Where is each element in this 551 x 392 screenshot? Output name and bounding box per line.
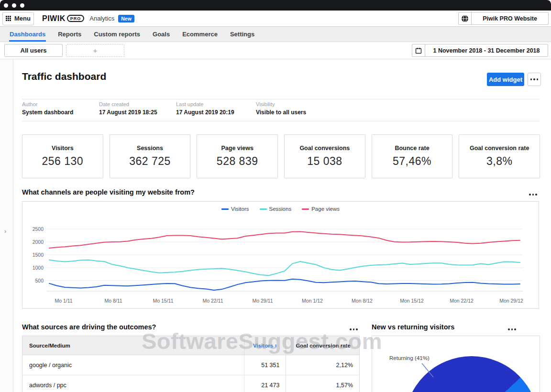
kpi-label: Goal conversion rate: [470, 145, 529, 152]
cell-goal-conversion-rate: 2,12%: [336, 362, 353, 369]
column-header-goal-conversion-rate[interactable]: Goal conversion rate: [286, 336, 359, 355]
column-header-visitors[interactable]: Visitors ▲▼: [244, 336, 286, 355]
tab-goals[interactable]: Goals: [153, 27, 170, 42]
svg-text:Mo 1/11: Mo 1/11: [55, 298, 72, 304]
column-header-source-medium[interactable]: Source/Medium: [22, 343, 244, 348]
divider: [22, 121, 540, 121]
svg-text:Mo 22/11: Mo 22/11: [203, 298, 223, 304]
legend-swatch: [221, 208, 229, 210]
meta-date-created: Date created 17 August 2019 18:25: [99, 101, 157, 116]
svg-text:Mon 22/12: Mon 22/12: [450, 298, 474, 304]
kpi-value: 15 038: [307, 155, 342, 168]
sources-table-more-button[interactable]: [350, 328, 358, 330]
kpi-label: Goal conversions: [299, 145, 350, 152]
table-row[interactable]: adwords / ppc 21 473 1,57%: [22, 375, 359, 392]
product-name: Analytics: [89, 15, 114, 22]
ellipsis-icon: [530, 78, 539, 80]
window-close-button[interactable]: [4, 3, 8, 8]
channels-chart-more-button[interactable]: [529, 194, 537, 196]
add-dashboard-button[interactable]: +: [66, 44, 124, 57]
globe-icon: [459, 12, 472, 24]
legend-label: Sessions: [269, 206, 292, 212]
legend-item-page-views[interactable]: Page views: [302, 206, 340, 212]
main-nav-tabs: Dashboards Reports Custom reports Goals …: [0, 27, 551, 42]
svg-text:Mon 15/12: Mon 15/12: [400, 298, 424, 304]
website-selector[interactable]: Piwik PRO Website: [458, 12, 549, 25]
svg-text:2000: 2000: [33, 239, 44, 245]
svg-text:2500: 2500: [33, 226, 44, 232]
meta-value: 17 August 2019 18:25: [99, 109, 157, 116]
brand-wordmark: PIWIK: [42, 14, 66, 23]
svg-text:500: 500: [35, 278, 44, 283]
cell-source-medium: adwords / ppc: [22, 382, 244, 389]
legend-item-visitors[interactable]: Visitors: [221, 206, 249, 212]
pie-chart-widget: Returning (41%): [372, 336, 540, 392]
app-window: Menu PIWIK PRO Analytics New Piwik PRO W…: [0, 0, 551, 392]
meta-label: Author: [22, 101, 73, 107]
meta-label: Date created: [99, 101, 157, 107]
table-header-row: Source/Medium Visitors ▲▼ Goal conversio…: [22, 336, 359, 355]
dashboard-toolbar: All users + 1 November 2018 - 31 Decembe…: [0, 42, 551, 59]
kpi-label: Sessions: [137, 145, 163, 152]
kpi-value: 3,8%: [486, 155, 512, 168]
dashboard-more-button[interactable]: [528, 73, 541, 86]
piwik-pro-logo: PIWIK PRO: [42, 14, 84, 23]
calendar-icon: [412, 44, 425, 56]
svg-text:Mon 8/12: Mon 8/12: [352, 298, 373, 304]
menu-button-label: Menu: [14, 15, 31, 22]
tab-reports[interactable]: Reports: [58, 27, 81, 42]
sources-table-title: What sources are driving the outcomes?: [22, 323, 156, 331]
brand-pro-badge: PRO: [67, 15, 85, 22]
page-title: Traffic dashboard: [22, 71, 106, 82]
sidebar-rail: ›: [0, 59, 13, 392]
svg-text:Mo 15/11: Mo 15/11: [153, 298, 174, 304]
kpi-card-goal-conversion-rate: Goal conversion rate 3,8%: [459, 134, 540, 178]
sources-table: Source/Medium Visitors ▲▼ Goal conversio…: [22, 336, 360, 392]
main-menu-button[interactable]: Menu: [2, 12, 34, 25]
kpi-card-visitors: Visitors 256 130: [22, 134, 103, 178]
meta-author: Author System dashboard: [22, 101, 73, 116]
chevron-right-icon[interactable]: ›: [4, 228, 6, 235]
tab-custom-reports[interactable]: Custom reports: [94, 27, 140, 42]
meta-visibility: Visibility Visible to all users: [256, 101, 306, 116]
grid-menu-icon: [6, 16, 11, 21]
divider: [22, 99, 540, 99]
selected-website-name: Piwik PRO Website: [472, 12, 548, 24]
table-row[interactable]: google / organic 51 351 2,12%: [22, 355, 359, 375]
app-menubar: Menu PIWIK PRO Analytics New Piwik PRO W…: [0, 11, 551, 27]
tab-ecommerce[interactable]: Ecommerce: [182, 27, 218, 42]
channels-chart-title: What channels are people visiting my web…: [22, 188, 195, 196]
kpi-card-page-views: Page views 528 839: [197, 134, 278, 178]
line-chart: 5001000150020002500Mo 1/11Mo 8/11Mo 15/1…: [22, 215, 539, 308]
column-header-label: Goal conversion rate: [296, 343, 350, 348]
date-range-picker[interactable]: 1 November 2018 - 31 December 2018: [412, 44, 548, 57]
kpi-label: Bounce rate: [395, 145, 429, 152]
kpi-card-sessions: Sessions 362 725: [110, 134, 191, 178]
meta-last-update: Last update 17 August 2019 20:19: [176, 101, 234, 116]
column-header-label: Visitors: [253, 343, 273, 348]
svg-text:1000: 1000: [33, 265, 44, 271]
add-widget-button[interactable]: Add widget: [487, 73, 524, 86]
legend-item-sessions[interactable]: Sessions: [260, 206, 292, 212]
pie-callout-line: [372, 336, 540, 392]
tab-dashboards[interactable]: Dashboards: [10, 27, 45, 42]
kpi-row: Visitors 256 130 Sessions 362 725 Page v…: [22, 134, 540, 178]
window-titlebar: [0, 0, 551, 11]
kpi-card-goal-conversions: Goal conversions 15 038: [284, 134, 365, 178]
window-maximize-button[interactable]: [20, 3, 24, 8]
date-range-value: 1 November 2018 - 31 December 2018: [425, 44, 548, 56]
svg-text:Mo 8/11: Mo 8/11: [104, 298, 122, 304]
window-minimize-button[interactable]: [12, 3, 16, 8]
kpi-value: 57,46%: [393, 155, 431, 168]
dashboard-tab-all-users[interactable]: All users: [4, 44, 63, 57]
pie-chart-more-button[interactable]: [508, 328, 516, 330]
svg-text:Mon 29/12: Mon 29/12: [499, 298, 523, 304]
kpi-value: 528 839: [217, 155, 258, 168]
tab-settings[interactable]: Settings: [230, 27, 254, 42]
legend-label: Visitors: [231, 206, 249, 212]
cell-visitors: 51 351: [261, 362, 279, 369]
channels-chart-widget: Visitors Sessions Page views 50010001500…: [22, 201, 539, 309]
dashboard-content: Traffic dashboard Add widget Author Syst…: [13, 59, 551, 392]
meta-value: 17 August 2019 20:19: [176, 109, 234, 116]
pie-chart-title: New vs returning visitors: [372, 323, 454, 331]
